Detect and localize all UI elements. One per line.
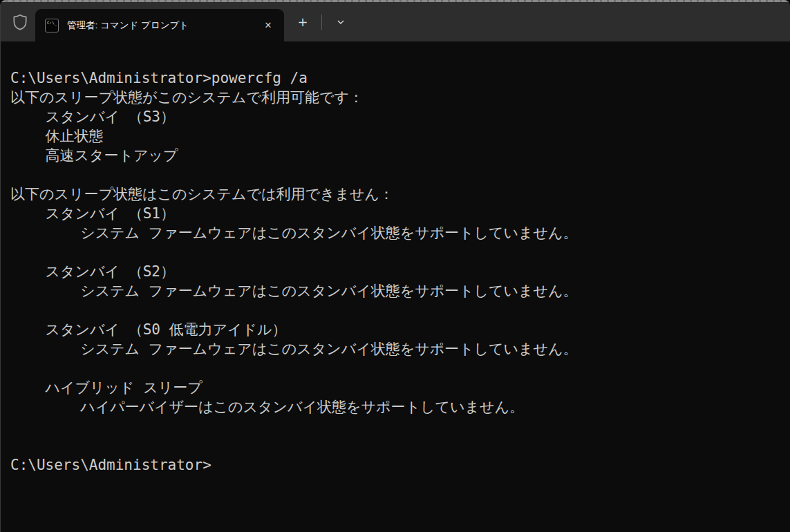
terminal-line	[10, 165, 783, 184]
terminal-line: システム ファームウェアはこのスタンバイ状態をサポートしていません。	[10, 339, 783, 359]
admin-shield-icon	[5, 7, 35, 37]
close-tab-icon[interactable]: ✕	[258, 15, 279, 36]
terminal-output[interactable]: C:\Users\Administrator>powercfg /a以下のスリー…	[1, 41, 790, 475]
terminal-line: ハイブリッド スリープ	[10, 378, 783, 397]
terminal-line: 以下のスリープ状態がこのシステムで利用可能です：	[10, 88, 783, 107]
terminal-line: C:\Users\Administrator>powercfg /a	[10, 68, 783, 88]
cmd-terminal-icon: C:\_	[45, 19, 59, 32]
terminal-line: スタンバイ （S0 低電力アイドル）	[10, 320, 783, 339]
new-tab-button[interactable]: +	[291, 10, 314, 34]
terminal-line: ハイパーバイザーはこのスタンバイ状態をサポートしていません。	[10, 397, 783, 417]
terminal-line: システム ファームウェアはこのスタンバイ状態をサポートしていません。	[10, 281, 783, 301]
tab-title: 管理者: コマンド プロンプト	[67, 19, 258, 32]
terminal-window: C:\_ 管理者: コマンド プロンプト ✕ + C:\Users\Admini…	[0, 0, 790, 532]
terminal-line	[10, 243, 783, 262]
terminal-line: 休止状態	[10, 126, 783, 146]
terminal-line: 高速スタートアップ	[10, 146, 783, 165]
terminal-line: システム ファームウェアはこのスタンバイ状態をサポートしていません。	[10, 223, 783, 243]
terminal-line: スタンバイ （S1）	[10, 204, 783, 223]
terminal-line: 以下のスリープ状態はこのシステムでは利用できません：	[10, 184, 783, 204]
tab-bar-divider	[321, 15, 322, 30]
terminal-line	[10, 301, 783, 320]
terminal-line: C:\Users\Administrator>	[10, 455, 783, 475]
tab-admin-command-prompt[interactable]: C:\_ 管理者: コマンド プロンプト ✕	[35, 9, 284, 41]
chevron-down-icon	[336, 17, 346, 27]
terminal-line	[10, 436, 783, 455]
tab-bar: C:\_ 管理者: コマンド プロンプト ✕ +	[1, 2, 790, 41]
terminal-line: スタンバイ （S3）	[10, 107, 783, 126]
terminal-line: スタンバイ （S2）	[10, 262, 783, 281]
tab-dropdown-button[interactable]	[329, 10, 352, 34]
terminal-line	[10, 359, 783, 378]
terminal-line	[10, 417, 783, 436]
